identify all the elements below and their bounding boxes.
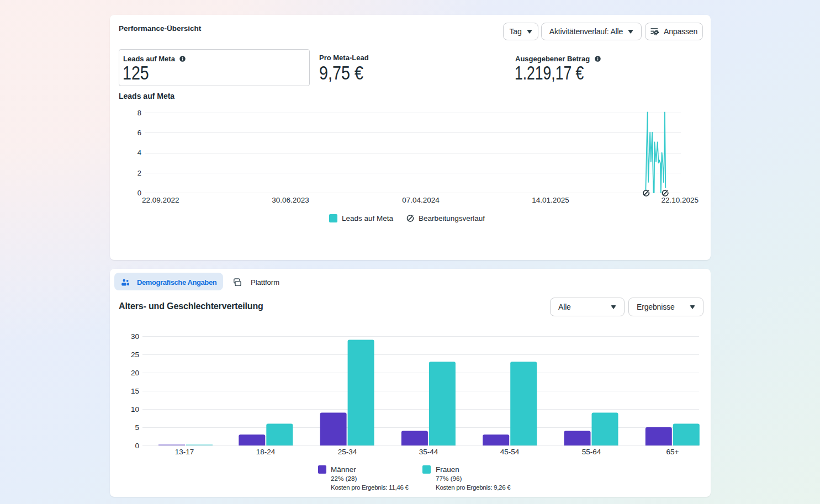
svg-text:8: 8 [137,109,141,117]
svg-text:Leads auf Meta: Leads auf Meta [342,214,394,222]
svg-text:65+: 65+ [666,448,679,456]
svg-text:0: 0 [137,189,141,197]
svg-text:2: 2 [137,169,141,177]
svg-text:55-64: 55-64 [582,448,601,456]
svg-text:15: 15 [131,387,139,395]
svg-text:Kosten pro Ergebnis: 9,26 €: Kosten pro Ergebnis: 9,26 € [436,484,511,491]
svg-text:Kosten pro Ergebnis: 11,46 €: Kosten pro Ergebnis: 11,46 € [331,484,409,491]
svg-text:Männer: Männer [331,465,356,474]
svg-text:5: 5 [135,423,139,432]
svg-text:35-44: 35-44 [419,448,438,456]
svg-text:07.04.2024: 07.04.2024 [402,196,440,204]
svg-text:Bearbeitungsverlauf: Bearbeitungsverlauf [419,214,485,222]
svg-text:20: 20 [131,369,139,377]
svg-text:6: 6 [137,129,141,137]
svg-text:Frauen: Frauen [436,465,459,474]
svg-text:14.01.2025: 14.01.2025 [532,196,569,204]
svg-text:77% (96): 77% (96) [436,475,462,482]
svg-text:22.09.2022: 22.09.2022 [142,196,179,204]
svg-text:30.06.2023: 30.06.2023 [272,196,309,204]
svg-text:10: 10 [131,405,139,413]
svg-text:18-24: 18-24 [256,448,276,456]
svg-text:30: 30 [131,332,139,341]
svg-text:4: 4 [137,148,141,157]
svg-text:22.10.2025: 22.10.2025 [661,196,699,204]
svg-text:25-34: 25-34 [338,448,357,456]
svg-text:13-17: 13-17 [175,448,194,456]
svg-text:0: 0 [135,442,139,450]
svg-text:25: 25 [131,351,139,359]
svg-text:22% (28): 22% (28) [331,475,357,482]
svg-text:45-54: 45-54 [500,448,520,456]
